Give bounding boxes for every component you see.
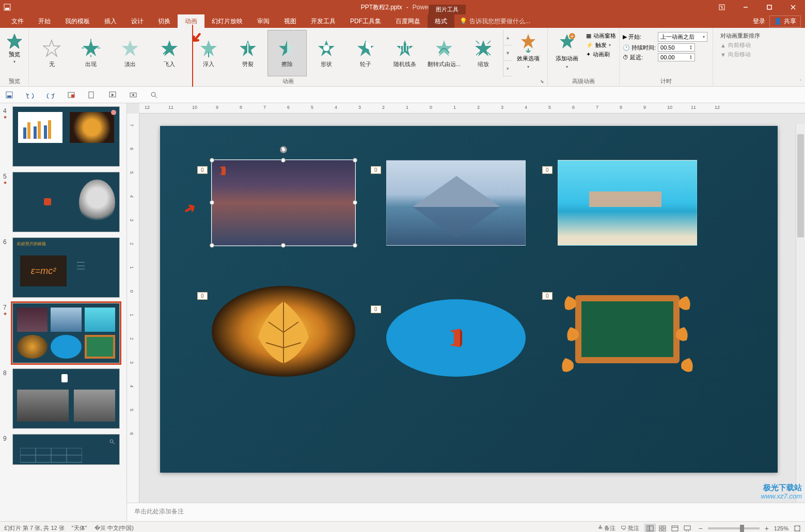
slideshow-view-icon[interactable] bbox=[682, 524, 693, 533]
normal-view-icon[interactable] bbox=[644, 524, 656, 533]
anim-tag-6[interactable]: 0 bbox=[542, 292, 553, 300]
comments-toggle[interactable]: 🗨 批注 bbox=[621, 524, 639, 532]
fit-window-icon[interactable] bbox=[794, 525, 801, 532]
anim-tag-4[interactable]: 0 bbox=[197, 292, 208, 300]
slide-thumbnails-panel[interactable]: 4★ 5★ 6 此处照片的标题 ε=mc² ━━━━━━━━━━━━━━━ bbox=[0, 103, 127, 521]
handle-ne[interactable] bbox=[353, 158, 357, 163]
handle-s[interactable] bbox=[281, 243, 286, 248]
anim-split[interactable]: 劈裂 bbox=[228, 30, 267, 76]
animation-pane-button[interactable]: ▦动画窗格 bbox=[586, 32, 616, 40]
anim-flyin[interactable]: 飞入 bbox=[150, 30, 189, 76]
canvas-image-2[interactable] bbox=[386, 160, 526, 246]
tab-file[interactable]: 文件 bbox=[4, 14, 31, 28]
move-forward-button[interactable]: ▲向前移动 bbox=[720, 41, 760, 49]
collapse-ribbon-icon[interactable]: ˄ bbox=[799, 79, 802, 84]
gallery-up-icon[interactable]: ▲ bbox=[503, 30, 512, 45]
tab-baidu[interactable]: 百度网盘 bbox=[388, 14, 428, 28]
duration-spinner[interactable]: 00.50▲▼ bbox=[658, 43, 695, 52]
add-animation-button[interactable]: + 添加动画 ▾ bbox=[551, 30, 583, 69]
slide-canvas[interactable]: 0 bbox=[160, 126, 778, 473]
lang-indicator[interactable]: �策 中文(中国) bbox=[94, 524, 134, 532]
tab-animations[interactable]: 动画 bbox=[178, 14, 204, 28]
slide-thumb-8[interactable]: 8 bbox=[3, 368, 123, 429]
tab-format[interactable]: 格式 bbox=[428, 14, 454, 28]
anim-wheel[interactable]: 轮子 bbox=[346, 30, 385, 76]
slide-thumb-4[interactable]: 4★ bbox=[3, 106, 123, 167]
slide-thumb-7[interactable]: 7★ bbox=[3, 303, 123, 363]
start-dropdown[interactable]: 上一动画之后▾ bbox=[658, 32, 707, 42]
anim-shape[interactable]: 形状 bbox=[307, 30, 346, 76]
login-link[interactable]: 登录 bbox=[753, 17, 765, 26]
tab-insert[interactable]: 插入 bbox=[97, 14, 124, 28]
notes-pane[interactable]: 单击此处添加备注 bbox=[127, 503, 805, 521]
canvas-image-6[interactable] bbox=[558, 286, 697, 377]
share-button[interactable]: 👤 共享 bbox=[769, 15, 801, 27]
tab-developer[interactable]: 开发工具 bbox=[304, 14, 343, 28]
anim-tag-1[interactable]: 0 bbox=[197, 166, 208, 174]
animations-launcher-icon[interactable]: ⬊ bbox=[540, 79, 544, 84]
tab-templates[interactable]: 我的模板 bbox=[58, 14, 97, 28]
reading-view-icon[interactable] bbox=[669, 524, 681, 533]
slide-thumb-5[interactable]: 5★ bbox=[3, 172, 123, 232]
trigger-button[interactable]: ⚡触发▾ bbox=[586, 41, 616, 49]
delay-spinner[interactable]: 00.00▲▼ bbox=[658, 53, 695, 61]
tell-me-search[interactable]: 💡 告诉我您想要做什么... bbox=[460, 14, 530, 28]
anim-fade[interactable]: 淡出 bbox=[111, 30, 150, 76]
sorter-view-icon[interactable] bbox=[657, 524, 668, 533]
scrollbar-thumb[interactable] bbox=[797, 134, 804, 237]
vertical-scrollbar[interactable] bbox=[796, 124, 805, 503]
handle-w[interactable] bbox=[210, 200, 214, 205]
handle-se[interactable] bbox=[353, 243, 357, 248]
save-button[interactable] bbox=[4, 90, 14, 100]
slide-thumb-9[interactable]: 9 bbox=[3, 434, 123, 465]
effect-options-button[interactable]: 效果选项 ▾ bbox=[512, 30, 544, 69]
anim-tag-5[interactable]: 0 bbox=[371, 305, 381, 313]
start-from-beginning-button[interactable] bbox=[107, 90, 118, 100]
anim-zoom[interactable]: 缩放 bbox=[464, 30, 503, 76]
zoom-out-icon[interactable]: − bbox=[698, 524, 702, 533]
canvas-image-3[interactable] bbox=[558, 160, 697, 246]
notes-toggle[interactable]: ≜ 备注 bbox=[598, 524, 615, 532]
minimize-icon[interactable] bbox=[734, 0, 757, 14]
anim-tag-3[interactable]: 0 bbox=[542, 166, 553, 174]
qat-btn-4[interactable] bbox=[66, 90, 76, 100]
handle-n[interactable] bbox=[281, 158, 286, 163]
rotate-handle[interactable] bbox=[280, 146, 287, 153]
canvas-image-5[interactable] bbox=[386, 299, 526, 377]
qat-btn-8[interactable] bbox=[149, 90, 159, 100]
tab-review[interactable]: 审阅 bbox=[250, 14, 277, 28]
zoom-percent[interactable]: 125% bbox=[774, 525, 788, 531]
autosave-icon[interactable] bbox=[3, 3, 11, 11]
redo-button[interactable] bbox=[45, 90, 56, 100]
preview-button[interactable]: 预览 ▾ bbox=[3, 30, 25, 64]
canvas-image-4[interactable] bbox=[212, 286, 355, 377]
anim-tag-2[interactable]: 0 bbox=[371, 166, 381, 174]
tab-pdf[interactable]: PDF工具集 bbox=[343, 14, 388, 28]
tab-design[interactable]: 设计 bbox=[124, 14, 151, 28]
tab-home[interactable]: 开始 bbox=[31, 14, 58, 28]
slide-thumb-6[interactable]: 6 此处照片的标题 ε=mc² ━━━━━━━━━━━━━━━ bbox=[3, 237, 123, 298]
close-icon[interactable] bbox=[781, 0, 805, 14]
anim-growturn[interactable]: 翻转式由远... bbox=[424, 30, 464, 76]
maximize-icon[interactable] bbox=[757, 0, 781, 14]
ribbon-display-icon[interactable] bbox=[710, 0, 734, 14]
move-backward-button[interactable]: ▼向后移动 bbox=[720, 51, 760, 58]
anim-wipe[interactable]: 擦除 bbox=[267, 30, 307, 76]
undo-button[interactable] bbox=[25, 90, 35, 100]
handle-sw[interactable] bbox=[210, 243, 214, 248]
zoom-in-icon[interactable]: + bbox=[765, 524, 769, 533]
tab-view[interactable]: 视图 bbox=[277, 14, 304, 28]
qat-btn-7[interactable] bbox=[128, 90, 138, 100]
tab-transitions[interactable]: 切换 bbox=[151, 14, 178, 28]
gallery-expand-icon[interactable]: ▾ bbox=[503, 61, 512, 76]
zoom-knob[interactable] bbox=[740, 525, 744, 532]
anim-randombars[interactable]: 随机线条 bbox=[385, 30, 424, 76]
animation-painter-button[interactable]: ✦动画刷 bbox=[586, 51, 616, 58]
canvas-viewport[interactable]: 0 bbox=[139, 114, 805, 503]
anim-appear[interactable]: 出现 bbox=[71, 30, 111, 76]
zoom-slider[interactable] bbox=[708, 527, 760, 529]
anim-none[interactable]: 无 bbox=[32, 30, 71, 76]
tab-slideshow[interactable]: 幻灯片放映 bbox=[204, 14, 250, 28]
handle-nw[interactable] bbox=[210, 158, 214, 163]
canvas-image-1[interactable] bbox=[212, 160, 355, 246]
